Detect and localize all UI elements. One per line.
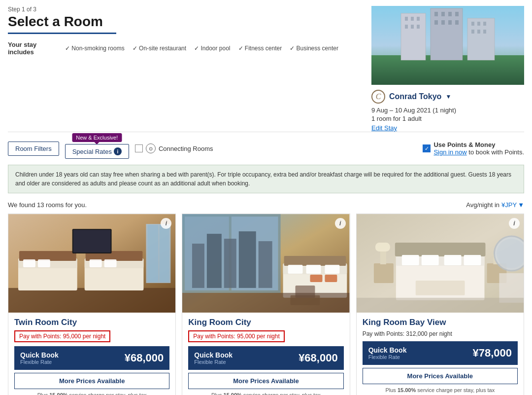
svg-rect-11 [434,12,438,16]
edit-stay-link[interactable]: Edit Stay [371,124,397,132]
connecting-rooms-checkbox[interactable] [135,144,143,152]
svg-rect-8 [405,25,408,29]
svg-rect-23 [477,30,480,34]
hotel-image-inner [371,6,524,85]
room-image-1: i [182,214,349,313]
room-name-2: King Room Bay View [363,318,518,327]
points-money-row: ✓ Use Points & Money Sign in now to book… [423,141,524,156]
notice-text: Children under 18 years old can stay fre… [15,171,511,187]
hotel-name-arrow: ▼ [445,93,451,100]
points-money-text-group: Use Points & Money Sign in now to book w… [433,141,524,156]
svg-rect-15 [434,20,438,25]
svg-rect-54 [288,265,303,274]
svg-rect-57 [310,275,323,282]
room-img-king-bay [357,214,524,313]
svg-rect-61 [182,293,349,313]
svg-rect-67 [401,255,419,265]
room-card-1: i King Room City Pay with Points: 95,000… [182,214,350,395]
sign-in-suffix: to book with Points. [467,148,524,156]
svg-rect-70 [464,255,481,265]
hotel-skyline-svg [371,6,524,85]
currency-selector: Avg/night in ¥JPY ▼ [466,201,524,209]
room-info-button-2[interactable]: i [509,218,520,229]
more-prices-button-1[interactable]: More Prices Available [188,373,343,389]
room-body-0: Twin Room City Pay with Points: 95,000 p… [8,313,175,395]
sign-in-text: Sign in now to book with Points. [433,148,524,156]
amenities-label: Your stayincludes [8,41,57,56]
svg-rect-20 [477,22,480,26]
svg-rect-38 [23,259,35,267]
room-filters-button[interactable]: Room Filters [8,142,59,156]
quick-book-button-2[interactable]: Quick Book Flexible Rate ¥78,000 [363,341,518,365]
svg-rect-55 [306,265,321,274]
svg-rect-7 [417,17,420,21]
hotel-dates: 9 Aug – 10 Aug 2021 (1 night) [371,107,524,114]
svg-rect-17 [448,20,452,25]
points-money-checkbox[interactable]: ✓ [423,144,431,152]
svg-rect-50 [259,241,272,288]
more-prices-button-0[interactable]: More Prices Available [14,373,169,389]
more-prices-button-2[interactable]: More Prices Available [363,368,518,384]
svg-rect-13 [448,12,452,16]
svg-rect-24 [483,30,486,34]
hotel-image [371,6,524,85]
svg-rect-68 [421,255,438,265]
service-charge-2: Plus 15.00% service charge per stay, plu… [363,387,518,393]
service-charge-0: Plus 15.00% service charge per stay, plu… [14,392,169,395]
room-card-2: i King Room Bay View Pay with Points: 31… [356,214,524,395]
rooms-grid: i Twin Room City Pay with Points: 95,000… [0,214,532,395]
svg-rect-40 [90,259,102,267]
special-rates-badge: New & Exclusive! [72,133,122,142]
room-body-2: King Room Bay View Pay with Points: 312,… [357,313,524,395]
results-row: We found 13 rooms for you. Avg/night in … [0,198,532,214]
room-body-1: King Room City Pay with Points: 95,000 p… [182,313,349,395]
svg-rect-16 [441,20,445,25]
hotel-card: C Conrad Tokyo ▼ 9 Aug – 10 Aug 2021 (1 … [371,6,524,132]
special-rates-button[interactable]: Special Rates i [65,144,129,159]
svg-rect-5 [405,17,408,21]
room-image-2: i [357,214,524,313]
page-title: Select a Room [8,14,364,30]
room-card-0: i Twin Room City Pay with Points: 95,000… [8,214,176,395]
svg-rect-12 [441,12,445,16]
svg-rect-71 [415,281,465,295]
header-section: Step 1 of 3 Select a Room Your stayinclu… [0,0,532,132]
svg-rect-53 [284,256,346,266]
svg-rect-49 [239,231,256,288]
hotel-name-row: C Conrad Tokyo ▼ [371,90,524,104]
room-img-twin [8,214,175,313]
amenity-nonsmoking: Non-smoking rooms [65,45,125,52]
svg-rect-9 [411,25,414,29]
svg-rect-34 [73,230,111,252]
svg-rect-72 [374,263,394,283]
connecting-rooms-row: ⊙ Connecting Rooms [135,144,213,153]
special-rates-info-icon[interactable]: i [114,147,122,155]
svg-rect-22 [471,30,474,34]
amenity-pool: Indoor pool [194,45,230,52]
room-info-button-1[interactable]: i [335,218,346,229]
room-name-1: King Room City [188,318,343,327]
quick-book-button-1[interactable]: Quick Book Flexible Rate ¥68,000 [188,346,343,370]
svg-rect-56 [325,265,340,274]
currency-avg-label: Avg/night in [466,201,499,209]
hotel-logo: C [371,90,385,104]
currency-button[interactable]: ¥JPY ▼ [501,201,524,209]
svg-rect-69 [444,255,461,265]
svg-rect-26 [8,288,175,313]
svg-rect-37 [159,225,169,282]
points-text-2: Pay with Points: 312,000 per night [363,330,518,337]
svg-rect-41 [104,259,117,267]
sign-in-link[interactable]: Sign in now [433,148,466,156]
svg-rect-19 [471,22,474,26]
service-charge-1: Plus 15.00% service charge per stay, plu… [188,392,343,395]
hotel-guests: 1 room for 1 adult [371,115,524,122]
connecting-rooms-label: Connecting Rooms [159,145,213,152]
svg-rect-74 [375,243,390,251]
room-name-0: Twin Room City [14,318,169,327]
svg-rect-58 [325,275,337,282]
svg-rect-66 [395,243,486,256]
amenities-row: Your stayincludes Non-smoking rooms On-s… [8,38,364,59]
svg-rect-44 [185,216,229,290]
step-label: Step 1 of 3 [8,6,364,13]
quick-book-button-0[interactable]: Quick Book Flexible Rate ¥68,000 [14,346,169,370]
